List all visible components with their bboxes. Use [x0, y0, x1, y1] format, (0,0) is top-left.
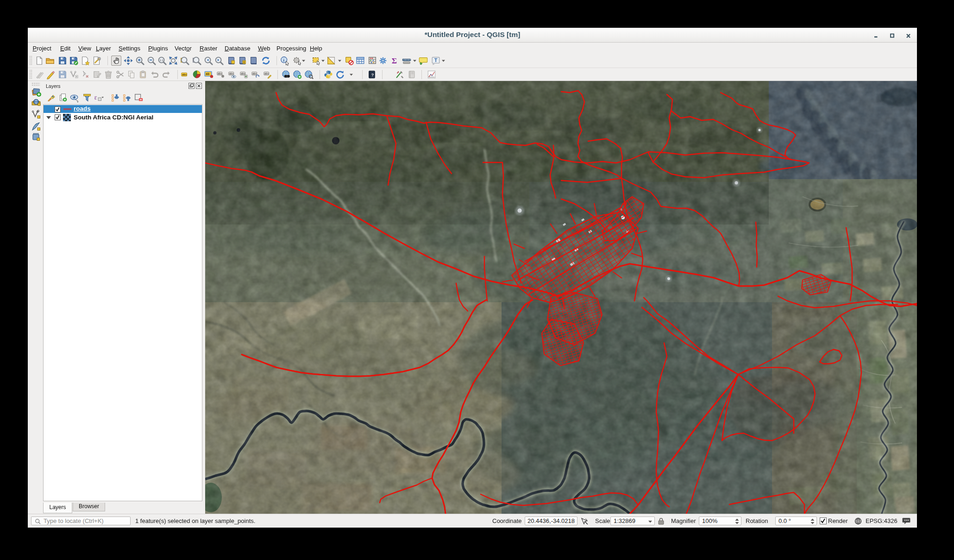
- svg-text:ε: ε: [94, 94, 97, 101]
